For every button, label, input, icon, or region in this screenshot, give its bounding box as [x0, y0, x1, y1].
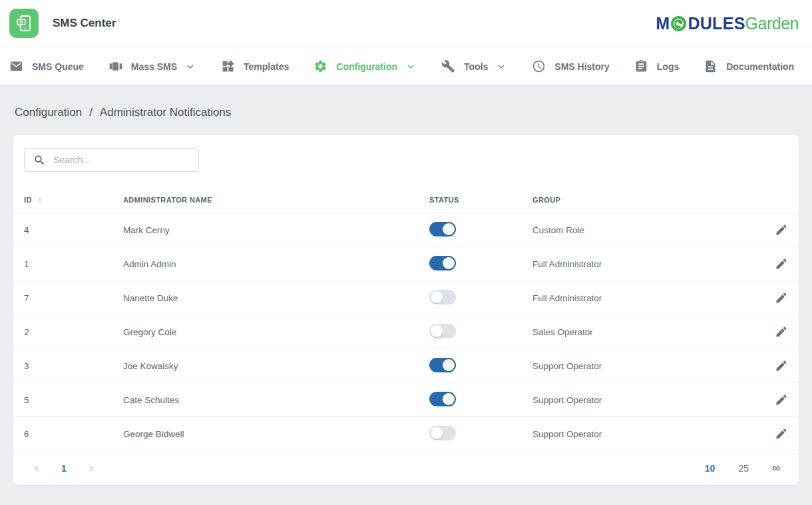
row-admin-name: Admin Admin [123, 259, 429, 269]
row-id: 2 [24, 327, 123, 337]
nav-item-templates[interactable]: Templates [221, 59, 289, 73]
chevron-down-icon [495, 61, 507, 73]
nav-item-sms-queue[interactable]: SMS Queue [9, 59, 84, 73]
nav-item-configuration[interactable]: Configuration [313, 59, 417, 73]
status-toggle-off[interactable] [429, 426, 456, 440]
edit-button[interactable] [775, 223, 788, 237]
app-header: SMS Center M DULES Garden [0, 0, 812, 47]
row-id: 6 [24, 429, 123, 439]
pencil-icon [775, 257, 788, 270]
row-admin-name: George Bidwell [123, 429, 429, 439]
modulesgarden-logo: M DULES Garden [656, 15, 799, 32]
toggle-knob [443, 359, 455, 371]
row-group: Sales Operator [532, 327, 757, 337]
page-number[interactable]: 1 [59, 463, 69, 474]
column-header-group[interactable]: GROUP [532, 196, 757, 204]
email-icon [9, 59, 23, 73]
table-row: 2 Gregory Cole Sales Operator [13, 315, 799, 349]
next-page-button[interactable] [85, 462, 97, 474]
nav-item-sms-history[interactable]: SMS History [532, 59, 609, 73]
row-id: 3 [24, 361, 123, 371]
pencil-icon [775, 291, 788, 304]
pencil-icon [775, 393, 788, 406]
nav-item-mass-sms[interactable]: Mass SMS [108, 59, 196, 73]
row-group: Custom Role [532, 225, 757, 235]
page-size-infinity[interactable]: ∞ [772, 462, 780, 475]
row-group: Full Administrator [532, 259, 757, 269]
page-size-10[interactable]: 10 [705, 463, 715, 474]
brand-text-garden: Garden [745, 15, 799, 32]
main-nav: SMS Queue Mass SMS Templates Configurati… [0, 47, 812, 86]
column-header-id[interactable]: ID ↑ [24, 195, 123, 205]
edit-button[interactable] [775, 393, 788, 406]
administrators-table: ID ↑ ADMINISTRATOR NAME STATUS GROUP 4 M… [13, 187, 799, 451]
pencil-icon [775, 427, 788, 440]
breadcrumb: Configuration / Administrator Notificati… [0, 86, 812, 135]
toggle-knob [431, 291, 443, 303]
clock-icon [532, 59, 546, 73]
toggle-knob [431, 427, 443, 439]
row-id: 4 [24, 225, 123, 235]
row-admin-name: Gregory Cole [123, 327, 429, 337]
brand-text-m: M [656, 15, 670, 32]
row-admin-name: Nanette Duke [123, 293, 429, 303]
row-group: Support Operator [532, 395, 757, 405]
pagination-bar: 1 1025∞ [13, 451, 799, 485]
status-toggle-off[interactable] [429, 290, 456, 304]
table-row: 5 Cate Schultes Support Operator [13, 383, 799, 417]
chevron-down-icon [405, 61, 417, 73]
search-box [24, 148, 199, 172]
widgets-icon [221, 59, 235, 73]
column-header-administrator-name[interactable]: ADMINISTRATOR NAME [123, 196, 429, 204]
chevron-down-icon [184, 61, 196, 73]
brand-text-dules: DULES [688, 15, 745, 32]
table-body: 4 Mark Cerny Custom Role 1 Admin Admin F… [13, 213, 799, 451]
status-toggle-on[interactable] [429, 358, 456, 372]
row-group: Support Operator [532, 361, 757, 371]
edit-button[interactable] [775, 427, 788, 440]
toggle-knob [431, 325, 443, 337]
edit-button[interactable] [775, 359, 788, 372]
wrench-icon [441, 59, 455, 73]
edit-button[interactable] [775, 257, 788, 270]
clipboard-icon [634, 59, 648, 73]
row-group: Support Operator [532, 429, 757, 439]
page-size-25[interactable]: 25 [738, 463, 749, 474]
prev-page-button[interactable] [31, 462, 43, 474]
table-row: 6 George Bidwell Support Operator [13, 417, 799, 451]
row-admin-name: Joe Kowalsky [123, 361, 429, 371]
row-group: Full Administrator [532, 293, 757, 303]
admin-notifications-card: ID ↑ ADMINISTRATOR NAME STATUS GROUP 4 M… [13, 135, 799, 485]
toggle-knob [443, 393, 455, 405]
row-id: 1 [24, 259, 123, 269]
nav-item-documentation[interactable]: Documentation [704, 59, 794, 73]
table-row: 3 Joe Kowalsky Support Operator [13, 349, 799, 383]
edit-button[interactable] [775, 325, 788, 338]
row-id: 7 [24, 293, 123, 303]
row-id: 5 [24, 395, 123, 405]
toggle-knob [443, 257, 455, 269]
search-input[interactable] [53, 155, 192, 165]
column-header-status[interactable]: STATUS [429, 196, 532, 204]
table-row: 4 Mark Cerny Custom Role [13, 213, 799, 247]
sms-center-logo-icon [9, 9, 39, 38]
status-toggle-on[interactable] [429, 392, 456, 406]
carousel-icon [108, 59, 122, 73]
gear-icon [313, 59, 327, 73]
status-toggle-on[interactable] [429, 256, 456, 270]
edit-button[interactable] [775, 291, 788, 304]
toggle-knob [443, 223, 455, 235]
breadcrumb-parent[interactable]: Configuration [15, 106, 82, 119]
nav-item-logs[interactable]: Logs [634, 59, 679, 73]
status-toggle-off[interactable] [429, 324, 456, 338]
sort-asc-icon: ↑ [38, 195, 43, 205]
row-admin-name: Cate Schultes [123, 395, 429, 405]
breadcrumb-separator: / [89, 106, 93, 119]
breadcrumb-current: Administrator Notifications [100, 106, 231, 119]
globe-icon [670, 15, 687, 32]
search-icon [33, 154, 46, 167]
status-toggle-on[interactable] [429, 222, 456, 237]
row-admin-name: Mark Cerny [123, 225, 429, 235]
nav-item-tools[interactable]: Tools [441, 59, 507, 73]
document-icon [704, 59, 717, 73]
